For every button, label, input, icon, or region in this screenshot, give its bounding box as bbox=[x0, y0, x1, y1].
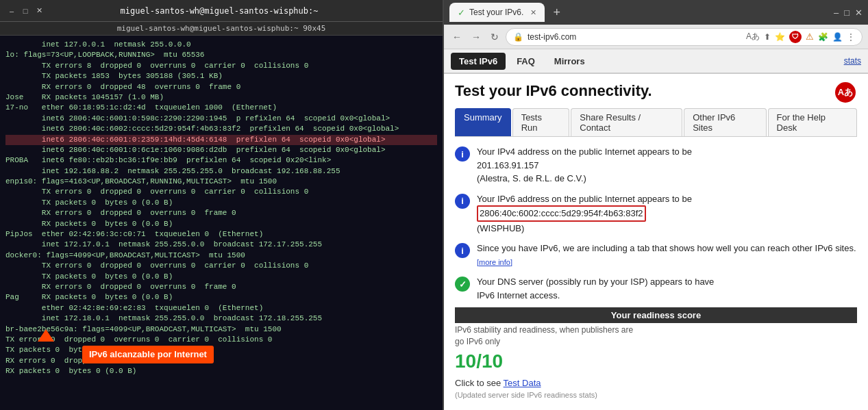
readiness-score: 10/10 bbox=[455, 350, 857, 372]
terminal-line: Pag RX packets 0 bytes 0 (0.0 B) bbox=[5, 292, 437, 303]
dns-check-icon: ✓ bbox=[455, 277, 470, 292]
updated-text: (Updated server side IPv6 readiness stat… bbox=[455, 391, 857, 399]
site-nav: Test IPv6 FAQ Mirrors stats Aあ bbox=[444, 49, 868, 74]
click-row: Click to see Test Data bbox=[455, 378, 857, 388]
terminal-titlebar: – □ ✕ miguel-santos-wh@miguel-santos-wis… bbox=[0, 0, 443, 22]
tab-tests-run[interactable]: Tests Run bbox=[512, 108, 570, 136]
forward-button[interactable]: → bbox=[469, 30, 484, 44]
ipv6-isp: (WISPHUB) bbox=[477, 223, 524, 233]
terminal-close-button[interactable]: ✕ bbox=[34, 6, 44, 16]
terminal-line: TX packets 0 bytes 0 (0.0 B) bbox=[5, 345, 437, 355]
back-button[interactable]: ← bbox=[449, 30, 464, 44]
terminal-line: PROBA inet6 fe80::eb2b:bc36:1f9e:bb9 pre… bbox=[5, 155, 437, 166]
tab-share-results[interactable]: Share Results / Contact bbox=[571, 108, 682, 136]
reload-button[interactable]: ↻ bbox=[488, 30, 501, 44]
tab-help-desk[interactable]: For the Help Desk bbox=[768, 108, 857, 136]
test-data-link[interactable]: Test Data bbox=[504, 378, 541, 388]
ipv4-isp: (Alestra, S. de R.L. de C.V.) bbox=[477, 173, 586, 183]
terminal-line: inet6 2806:40c:6001:0:6c1e:1060:9086:d2d… bbox=[5, 145, 437, 155]
browser-content: Test IPv6 FAQ Mirrors stats Aあ Test your… bbox=[444, 49, 868, 410]
terminal-window: – □ ✕ miguel-santos-wh@miguel-santos-wis… bbox=[0, 0, 444, 410]
terminal-line: inet6 2806:40c:6001:0:2359:14hd:45d4:614… bbox=[5, 135, 437, 145]
browser-maximize-button[interactable]: □ bbox=[844, 8, 850, 18]
terminal-line: inet6 2806:40c:6002:cccc:5d29:954f:4b63:… bbox=[5, 124, 437, 134]
profile-icon[interactable]: 👤 bbox=[832, 32, 843, 42]
terminal-line: TX errors 0 dropped 0 overruns 0 carrier… bbox=[5, 261, 437, 271]
ipv6-tab-info-icon: i bbox=[455, 243, 470, 258]
browser-window: ✓ Test your IPv6. ✕ + – □ ✕ ← → ↻ 🔒 test… bbox=[444, 0, 868, 410]
readiness-bar: Your readiness score bbox=[455, 307, 857, 323]
ipv4-address: 201.163.91.157 bbox=[477, 160, 538, 170]
ipv4-info-text: Your IPv4 address on the public Internet… bbox=[477, 145, 692, 185]
terminal-subtitle: miguel-santos-wh@miguel-santos-wisphub:~… bbox=[0, 22, 443, 36]
terminal-line: inet6 2806:40c:6001:0:598c:2290:2290:194… bbox=[5, 114, 437, 124]
secure-icon: 🔒 bbox=[513, 32, 523, 42]
browser-minimize-button[interactable]: – bbox=[834, 8, 839, 18]
extensions-icon[interactable]: 🧩 bbox=[818, 32, 828, 42]
address-text: test-ipv6.com bbox=[528, 32, 742, 42]
terminal-line: PipJos ether 02:42:96:3c:c0:71 txqueuele… bbox=[5, 229, 437, 240]
terminal-line: TX packets 0 bytes 0 (0.0 B) bbox=[5, 198, 437, 208]
site-tab-mirrors[interactable]: Mirrors bbox=[546, 53, 593, 70]
terminal-line: lo: flags=73<UP,LOOPBACK,RUNNING> mtu 65… bbox=[5, 50, 437, 60]
terminal-title: miguel-santos-wh@miguel-santos-wisphub:~ bbox=[44, 6, 395, 16]
share-icon: ⬆ bbox=[764, 32, 771, 42]
terminal-line: inet 172.17.0.1 netmask 255.255.0.0 broa… bbox=[5, 240, 437, 250]
terminal-line: RX packets 0 bytes 0 (0.0 B) bbox=[5, 219, 437, 229]
terminal-line: RX errors 0 dropped 0 overruns 0 frame 0 bbox=[5, 282, 437, 292]
ipv6-tab-info-text: Since you have IPv6, we are including a … bbox=[477, 242, 857, 268]
content-area: Test your IPv6 connectivity. Summary Tes… bbox=[444, 74, 868, 410]
ipv6-address: 2806:40c:6002:cccc:5d29:954f:4b63:83f2 bbox=[477, 205, 646, 222]
bookmark-icon[interactable]: ⭐ bbox=[775, 32, 785, 42]
dns-info-item: ✓ Your DNS server (possibly run by your … bbox=[455, 275, 857, 302]
terminal-line: docker0: flags=4099<UP,BROADCAST,MULTICA… bbox=[5, 251, 437, 261]
terminal-line: inet 172.18.0.1 netmask 255.255.0.0 broa… bbox=[5, 313, 437, 324]
arrow-indicator bbox=[38, 329, 54, 342]
new-tab-button[interactable]: + bbox=[553, 5, 560, 20]
tab-title: Test your IPv6. bbox=[469, 8, 523, 17]
ipv6-tab-info-item: i Since you have IPv6, we are including … bbox=[455, 242, 857, 268]
info-items: i Your IPv4 address on the public Intern… bbox=[455, 145, 857, 302]
site-tab-faq[interactable]: FAQ bbox=[508, 53, 543, 70]
readiness-sub: IPv6 stability and readiness, when publi… bbox=[455, 324, 857, 348]
settings-icon[interactable]: ⋮ bbox=[847, 32, 855, 42]
tab-close-button[interactable]: ✕ bbox=[530, 8, 536, 17]
translate-icon-nav: Aあ bbox=[746, 31, 760, 42]
ipv6-label: IPv6 alcanzable por Internet bbox=[82, 346, 214, 363]
terminal-line: TX packets 1853 bytes 305188 (305.1 KB) bbox=[5, 71, 437, 81]
terminal-line: RX packets 0 bytes 0 (0.0 B) bbox=[5, 366, 437, 376]
address-bar[interactable]: 🔒 test-ipv6.com Aあ ⬆ ⭐ 🛡 ⚠ 🧩 👤 ⋮ bbox=[506, 28, 863, 46]
stats-link[interactable]: stats bbox=[844, 56, 861, 66]
terminal-maximize-button[interactable]: □ bbox=[21, 6, 30, 16]
ipv4-info-icon: i bbox=[455, 146, 470, 162]
dns-info-text: Your DNS server (possibly run by your IS… bbox=[477, 275, 714, 302]
warning-icon: ⚠ bbox=[806, 31, 814, 42]
browser-tab[interactable]: ✓ Test your IPv6. ✕ bbox=[449, 3, 545, 22]
more-info-link[interactable]: [more info] bbox=[477, 258, 512, 266]
browser-nav: ← → ↻ 🔒 test-ipv6.com Aあ ⬆ ⭐ 🛡 ⚠ 🧩 👤 ⋮ bbox=[444, 25, 868, 49]
brave-shield-icon: 🛡 bbox=[789, 31, 802, 43]
terminal-body[interactable]: inet 127.0.0.1 netmask 255.0.0.0lo: flag… bbox=[0, 36, 443, 410]
tab-favicon: ✓ bbox=[458, 8, 465, 18]
terminal-line: inet 192.168.88.2 netmask 255.255.255.0 … bbox=[5, 166, 437, 177]
terminal-line: TX errors 0 dropped 0 overruns 0 carrier… bbox=[5, 187, 437, 197]
terminal-line: 17-no ether 60:18:95:1c:d2:4d txqueuelen… bbox=[5, 103, 437, 113]
ipv4-info-item: i Your IPv4 address on the public Intern… bbox=[455, 145, 857, 185]
terminal-line: RX errors 0 dropped 0 overruns 0 frame 0 bbox=[5, 356, 437, 366]
site-tab-test-ipv6[interactable]: Test IPv6 bbox=[451, 53, 506, 70]
terminal-minimize-button[interactable]: – bbox=[7, 6, 16, 16]
terminal-line: TX errors 8 dropped 0 overruns 0 carrier… bbox=[5, 61, 437, 71]
browser-close-button[interactable]: ✕ bbox=[855, 8, 863, 18]
terminal-line: ether 02:42:8e:69:e2:83 txqueuelen 0 (Et… bbox=[5, 303, 437, 313]
tab-other-ipv6-sites[interactable]: Other IPv6 Sites bbox=[684, 108, 766, 136]
page-title: Test your IPv6 connectivity. bbox=[455, 82, 857, 100]
terminal-line: TX packets 0 bytes 0 (0.0 B) bbox=[5, 272, 437, 282]
content-tabs-bar: Summary Tests Run Share Results / Contac… bbox=[455, 108, 857, 137]
browser-titlebar: ✓ Test your IPv6. ✕ + – □ ✕ bbox=[444, 0, 868, 25]
terminal-line: inet 127.0.0.1 netmask 255.0.0.0 bbox=[5, 40, 437, 50]
terminal-line: enp1s0: flags=4163<UP,BROADCAST,RUNNING,… bbox=[5, 177, 437, 187]
ipv6-info-item: i Your IPv6 address on the public Intern… bbox=[455, 192, 857, 235]
ipv6-info-icon: i bbox=[455, 194, 470, 209]
tab-summary[interactable]: Summary bbox=[455, 108, 511, 136]
click-label: Click to see bbox=[455, 378, 501, 388]
